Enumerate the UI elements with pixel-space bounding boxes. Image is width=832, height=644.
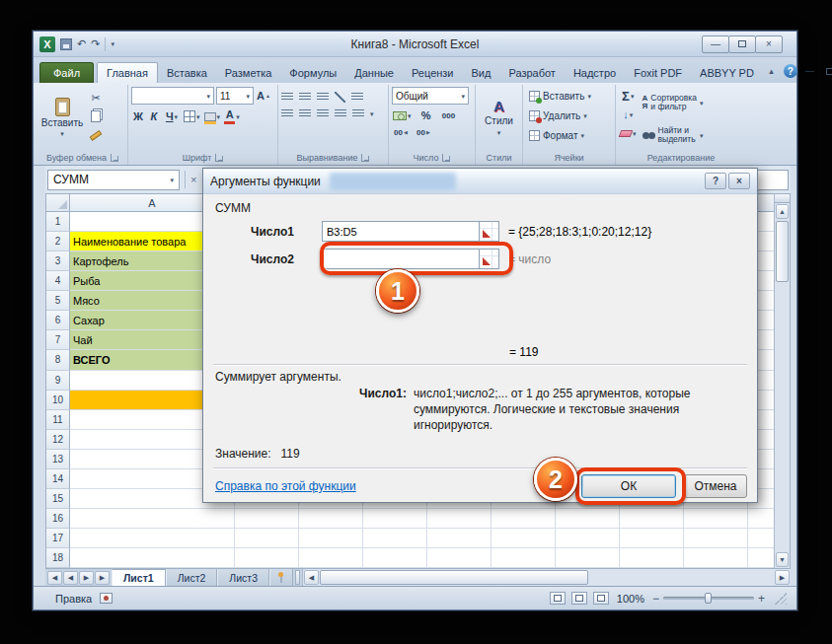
clipboard-dialog-launcher-icon[interactable] — [111, 154, 118, 162]
row-header-11[interactable]: 11 — [46, 410, 70, 430]
scroll-left-icon[interactable]: ◀ — [304, 570, 319, 585]
cell-a16[interactable] — [70, 509, 235, 529]
wrap-text-icon[interactable] — [351, 93, 363, 102]
align-bottom-icon[interactable] — [317, 93, 329, 102]
row-header-9[interactable]: 9 — [46, 371, 70, 391]
function-help-link[interactable]: Справка по этой функции — [215, 479, 356, 493]
cut-button[interactable]: ✂ — [87, 90, 105, 106]
tab-foxit[interactable]: Foxit PDF — [625, 63, 691, 83]
cells-right-16[interactable] — [235, 509, 774, 529]
row-header-3[interactable]: 3 — [46, 251, 70, 271]
align-left-icon[interactable] — [281, 109, 293, 118]
row-header-5[interactable]: 5 — [46, 291, 70, 311]
orientation-icon[interactable] — [335, 92, 345, 103]
normal-view-button[interactable] — [550, 592, 566, 605]
fill-button[interactable]: ↓▾ — [619, 107, 638, 122]
tab-review[interactable]: Рецензи — [403, 63, 463, 83]
row-header-10[interactable]: 10 — [46, 391, 70, 410]
macro-record-icon[interactable] — [100, 593, 113, 604]
minimize-button[interactable]: — — [702, 36, 729, 53]
workbook-restore-icon[interactable] — [822, 63, 832, 79]
cancel-entry-icon[interactable]: × — [190, 174, 196, 185]
sheet-tab-list3[interactable]: Лист3 — [217, 569, 269, 586]
merge-dropdown-icon[interactable]: ▾ — [370, 110, 374, 117]
underline-button[interactable]: Ч▾ — [163, 108, 181, 124]
row-header-18[interactable]: 18 — [46, 548, 70, 568]
scroll-right-icon[interactable]: ▶ — [775, 570, 790, 585]
format-cells-button[interactable]: Формат▾ — [526, 126, 587, 145]
align-center-icon[interactable] — [299, 109, 311, 118]
font-size-select[interactable]: 11▾ — [216, 87, 254, 105]
tab-formulas[interactable]: Формулы — [280, 63, 345, 83]
cell-styles-button[interactable]: А Стили ▾ — [480, 87, 519, 148]
cell-a18[interactable] — [70, 548, 235, 568]
row-header-7[interactable]: 7 — [46, 330, 70, 350]
page-layout-view-button[interactable] — [571, 592, 587, 605]
tab-page-layout[interactable]: Разметка — [216, 63, 281, 83]
sheet-tab-list1[interactable]: Лист1 — [112, 569, 166, 586]
vertical-scrollbar[interactable]: ▲ ▼ — [774, 194, 790, 568]
save-icon[interactable] — [60, 38, 72, 50]
name-box[interactable]: СУММ ▾ — [47, 170, 180, 190]
scroll-up-icon[interactable]: ▲ — [776, 204, 789, 219]
redo-icon[interactable]: ↷ — [91, 38, 100, 49]
workbook-minimize-icon[interactable]: — — [801, 63, 818, 79]
row-header-13[interactable]: 13 — [46, 450, 70, 469]
row-header-17[interactable]: 17 — [46, 529, 70, 548]
tab-view[interactable]: Вид — [463, 63, 500, 83]
decrease-indent-icon[interactable] — [335, 109, 346, 118]
dialog-title-bar[interactable]: Аргументы функции ? × — [203, 169, 757, 194]
zoom-level[interactable]: 100% — [617, 593, 644, 605]
row-header-12[interactable]: 12 — [46, 430, 70, 450]
resize-grip[interactable] — [775, 593, 787, 605]
first-sheet-icon[interactable]: ◀ — [47, 571, 62, 585]
horizontal-scroll-track[interactable] — [588, 569, 774, 586]
number-format-select[interactable]: Общий▾ — [392, 87, 469, 105]
page-break-view-button[interactable] — [593, 592, 609, 605]
row-header-2[interactable]: 2 — [46, 232, 70, 251]
align-top-icon[interactable] — [281, 93, 293, 102]
insert-worksheet-button[interactable] — [269, 569, 293, 586]
decrease-decimal-button[interactable]: 00▶ — [415, 126, 432, 139]
sheet-tab-list2[interactable]: Лист2 — [166, 569, 218, 586]
arg1-input[interactable]: B3:D5 — [322, 221, 480, 242]
prev-sheet-icon[interactable]: ◀ — [63, 571, 78, 585]
vertical-scroll-thumb[interactable] — [776, 221, 789, 282]
font-color-button[interactable]: А▾ — [223, 108, 241, 124]
next-sheet-icon[interactable]: ▶ — [79, 571, 94, 585]
format-painter-button[interactable] — [87, 127, 105, 143]
row-header-14[interactable]: 14 — [46, 469, 70, 489]
autosum-button[interactable]: Σ▾ — [619, 88, 638, 104]
alignment-dialog-launcher-icon[interactable] — [361, 154, 369, 162]
tab-insert[interactable]: Вставка — [158, 63, 216, 83]
help-icon[interactable]: ? — [784, 64, 797, 78]
arg1-range-selector-icon[interactable] — [479, 221, 499, 242]
tab-data[interactable]: Данные — [345, 63, 403, 83]
tab-addins[interactable]: Надстро — [565, 63, 625, 83]
row-header-15[interactable]: 15 — [46, 489, 70, 509]
fill-color-button[interactable]: ▾ — [203, 108, 222, 124]
tab-split-handle[interactable] — [295, 570, 300, 585]
row-header-1[interactable]: 1 — [46, 212, 70, 232]
minimize-ribbon-icon[interactable]: ▴ — [763, 63, 780, 79]
align-middle-icon[interactable] — [299, 93, 311, 102]
comma-style-button[interactable]: 000 — [440, 107, 458, 123]
horizontal-scrollbar[interactable]: ◀ ▶ — [302, 569, 791, 586]
clear-button[interactable]: ▾ — [619, 125, 638, 141]
zoom-out-icon[interactable]: − — [652, 593, 659, 605]
name-box-dropdown-icon[interactable]: ▾ — [170, 177, 174, 183]
close-button[interactable]: × — [755, 36, 783, 53]
sort-filter-button[interactable]: АЯ Сортировка и фильтр ▾ — [641, 88, 706, 117]
accounting-format-button[interactable]: ▾ — [392, 107, 413, 123]
increase-decimal-button[interactable]: 00◀ — [392, 126, 410, 139]
number-dialog-launcher-icon[interactable] — [442, 154, 450, 162]
paste-dropdown-icon[interactable]: ▾ — [60, 130, 64, 137]
tab-file[interactable]: Файл — [39, 62, 94, 83]
italic-button[interactable]: К — [147, 108, 161, 124]
bold-button[interactable]: Ж — [131, 108, 145, 124]
cells-right-18[interactable] — [235, 548, 774, 568]
align-right-icon[interactable] — [317, 109, 329, 118]
row-header-4[interactable]: 4 — [46, 271, 70, 291]
select-all-corner[interactable] — [46, 194, 70, 211]
dialog-help-icon[interactable]: ? — [705, 173, 726, 189]
